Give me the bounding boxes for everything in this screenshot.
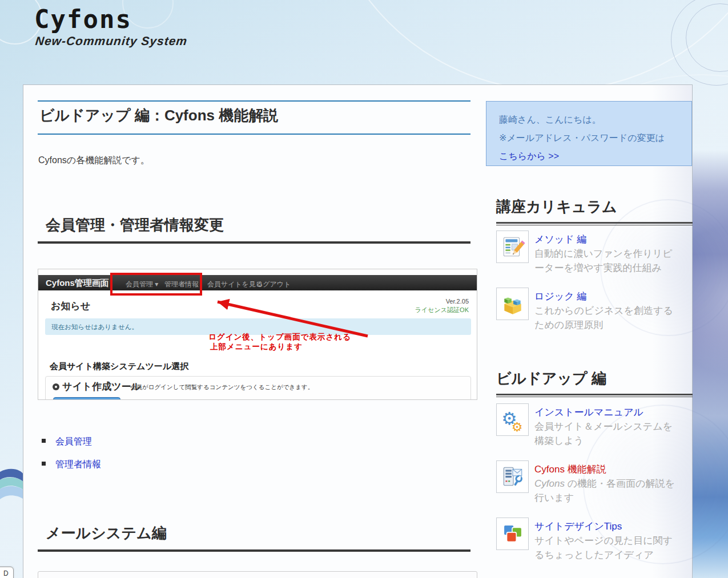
method-icon bbox=[496, 231, 529, 263]
sidebar-current-page-cyfons-manual: Cyfons 機能解説 bbox=[534, 463, 606, 476]
sidebar-heading-curriculum: 講座カリキュラム bbox=[496, 197, 693, 224]
sidebar-link-design-tips[interactable]: サイトデザインTips bbox=[534, 520, 622, 533]
logo-tagline: New-Community System bbox=[35, 34, 188, 48]
section-heading-mail: メールシステム編 bbox=[38, 523, 470, 552]
swirl-decoration bbox=[0, 465, 24, 510]
greeting-line1: 藤崎さん、こんにちは。 bbox=[499, 111, 691, 129]
sidebar-desc-logic: これからのビジネスを創造するための原理原則 bbox=[534, 304, 676, 332]
intro-text: Cyfonsの各機能解説です。 bbox=[38, 155, 150, 167]
screenshot-tool-box: サイト作成ツール 会員がログインして閲覧するコンテンツをつくることができます。 … bbox=[45, 376, 471, 400]
page-title: ビルドアップ 編：Cyfons 機能解説 bbox=[39, 106, 278, 126]
annotation-line1: ログイン後、トップ画面で表示される bbox=[208, 332, 351, 342]
svg-text:⚙: ⚙ bbox=[511, 419, 522, 432]
admin-info-link[interactable]: 管理者情報 bbox=[55, 459, 101, 471]
screenshot-tool-button: サイト作成ツール bbox=[53, 397, 120, 400]
sidebar-link-install-manual[interactable]: インストールマニュアル bbox=[534, 406, 643, 419]
change-password-link[interactable]: こちらから >> bbox=[499, 151, 559, 161]
content-container: ビルドアップ 編：Cyfons 機能解説 Cyfonsの各機能解説です。 会員管… bbox=[23, 84, 693, 578]
section-heading-members: 会員管理・管理者情報変更 bbox=[38, 215, 470, 244]
sidebar-desc-design-tips: サイトやページの見た目に関するちょっとしたアイディア bbox=[534, 533, 676, 562]
admin-screenshot-image: Cyfons管理画面 会員管理 ▾ 管理者情報 会員サイトを見る ログアウト お… bbox=[38, 269, 477, 400]
manual-icon bbox=[496, 460, 529, 493]
bottom-partial-box bbox=[38, 571, 477, 578]
greeting-line2: ※メールアドレス・パスワードの変更は bbox=[499, 129, 691, 147]
sidebar-desc-method: 自動的に濃いファンを作りリピーターを増やす実践的仕組み bbox=[534, 246, 676, 275]
logic-icon bbox=[496, 288, 529, 320]
design-icon bbox=[496, 518, 529, 550]
tool-bullet-icon bbox=[53, 383, 59, 390]
sidebar-link-logic[interactable]: ロジック 編 bbox=[534, 290, 586, 303]
square-bullet-icon bbox=[42, 462, 46, 466]
title-rule-top bbox=[38, 100, 470, 102]
square-bullet-icon bbox=[42, 439, 46, 443]
sidebar-desc-install-manual: 会員サイト＆メールシステムを構築しよう bbox=[534, 419, 676, 448]
install-icon: ⚙ ⚙ bbox=[496, 403, 529, 436]
desc-emphasis: Cyfons bbox=[534, 478, 565, 489]
screenshot-tool-name: サイト作成ツール bbox=[62, 380, 141, 393]
sidebar-link-method[interactable]: メソッド 編 bbox=[534, 233, 586, 246]
title-rule-bottom bbox=[38, 134, 470, 135]
annotation-line2: 上部メニューにあります bbox=[210, 342, 303, 352]
status-tooltip-partial: D bbox=[0, 567, 14, 578]
screenshot-tool-desc: 会員がログインして閲覧するコンテンツをつくることができます。 bbox=[130, 383, 313, 391]
member-management-link[interactable]: 会員管理 bbox=[55, 436, 92, 448]
screenshot-tool-heading: 会員サイト構築システムツール選択 bbox=[50, 361, 188, 372]
sidebar-desc-cyfons-manual: Cyfons の機能・各画面の解説を行います bbox=[534, 476, 676, 505]
sidebar-heading-buildup: ビルドアップ 編 bbox=[496, 369, 693, 395]
greeting-box: 藤崎さん、こんにちは。 ※メールアドレス・パスワードの変更は こちらから >> bbox=[486, 101, 692, 166]
logo: Cyfons bbox=[34, 5, 132, 34]
